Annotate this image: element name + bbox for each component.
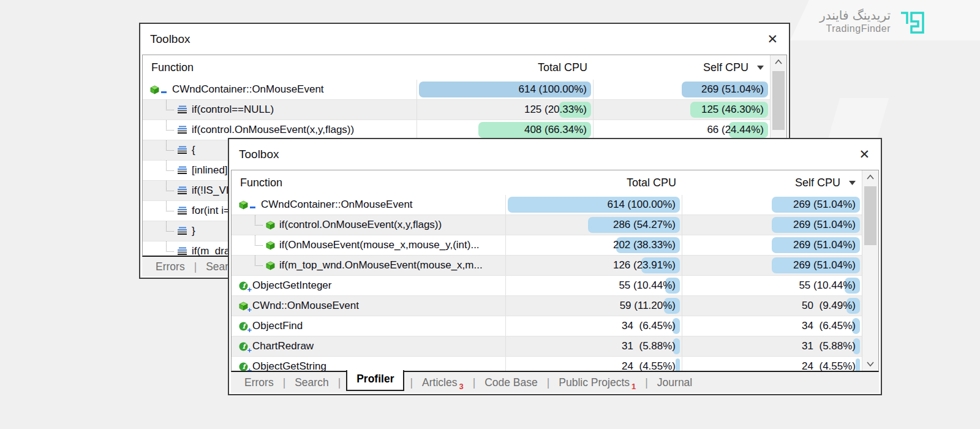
profiler-table: Function Total CPU Self CPU CWndContaine…: [231, 170, 879, 372]
tradingfinder-logo: تریدینگ فایندر TradingFinder: [820, 7, 926, 36]
statement-icon: [177, 126, 187, 134]
function-name: CWndContainer::OnMouseEvent: [261, 199, 413, 211]
plus-overlay-icon: +: [247, 346, 252, 354]
function-name-cell: f+ChartRedraw: [232, 336, 506, 356]
function-row[interactable]: f+ObjectGetInteger55 (10.44%)55 (10.44%): [232, 276, 862, 296]
self-cpu-value: 24 (4.55%): [802, 357, 856, 371]
total-cpu-value: 55 (10.44%): [619, 276, 676, 295]
self-cpu-cell: 269 (51.04%): [682, 235, 862, 255]
function-row[interactable]: f+ObjectGetString24 (4.55%)24 (4.55%): [232, 357, 862, 371]
table-header: Function Total CPU Self CPU: [232, 170, 862, 196]
tab-errors[interactable]: Errors: [241, 375, 277, 390]
function-row[interactable]: CWndContainer::OnMouseEvent614 (100.00%)…: [232, 195, 862, 215]
column-header-self-cpu[interactable]: Self CPU: [594, 61, 770, 74]
scroll-up-icon[interactable]: [771, 55, 786, 69]
total-cpu-value: 59 (11.20%): [620, 296, 676, 316]
function-icon: f+: [239, 281, 248, 290]
tree-connector: [166, 140, 174, 151]
total-cpu-value: 408 (66.34%): [524, 120, 587, 140]
titlebar: Toolbox ✕: [229, 139, 881, 170]
column-header-function[interactable]: Function: [232, 177, 506, 189]
function-name: ObjectGetString: [252, 360, 326, 371]
tree-connector: [255, 235, 263, 246]
plus-overlay-icon: +: [247, 286, 252, 294]
window-title: Toolbox: [239, 148, 279, 161]
function-name: CWndContainer::OnMouseEvent: [172, 83, 324, 96]
statement-icon: [177, 207, 187, 215]
vertical-scrollbar[interactable]: [862, 170, 878, 371]
class-icon: [266, 221, 275, 230]
total-cpu-value: 125 (20.33%): [524, 100, 587, 120]
total-cpu-cell: 125 (20.33%): [417, 100, 594, 120]
function-name: if(control==NULL): [192, 104, 274, 116]
logo-text-fa: تریدینگ فایندر: [820, 8, 891, 23]
column-header-total-cpu[interactable]: Total CPU: [506, 177, 682, 189]
function-icon: f+: [239, 362, 248, 371]
function-row[interactable]: f+ObjectFind34 (6.45%)34 (6.45%): [232, 316, 862, 336]
self-cpu-value: 31 (5.88%): [802, 336, 856, 356]
self-cpu-label: Self CPU: [703, 61, 748, 74]
function-row[interactable]: f+ChartRedraw31 (5.88%)31 (5.88%): [232, 336, 862, 357]
function-name: ObjectGetInteger: [252, 279, 331, 292]
function-row[interactable]: if(control==NULL)125 (20.33%)125 (46.30%…: [143, 100, 770, 120]
class-icon: [266, 261, 275, 270]
tab-separator: |: [645, 376, 648, 389]
total-cpu-cell: 59 (11.20%): [506, 296, 682, 316]
total-cpu-value: 614 (100.00%): [518, 80, 587, 99]
function-name-cell: if(m_top_wnd.OnMouseEvent(mouse_x,m...: [232, 256, 506, 275]
tree-connector: [166, 241, 174, 252]
function-row[interactable]: if(m_top_wnd.OnMouseEvent(mouse_x,m...12…: [232, 256, 862, 276]
scroll-up-icon[interactable]: [862, 170, 878, 184]
tree-connector: [255, 215, 263, 226]
function-row[interactable]: CWndContainer::OnMouseEvent614 (100.00%)…: [143, 80, 770, 100]
toolbox-tabbar: Errors|Search|Profiler|Articles3|Code Ba…: [231, 372, 879, 393]
tab-separator: |: [194, 260, 197, 273]
close-icon[interactable]: ✕: [859, 148, 870, 161]
self-cpu-cell: 55 (10.44%): [682, 276, 862, 295]
tab-articles[interactable]: Articles3: [418, 375, 467, 390]
scrollbar-thumb[interactable]: [772, 71, 785, 130]
underscore-mark-icon: [250, 207, 255, 208]
titlebar: Toolbox ✕: [140, 24, 789, 55]
column-header-self-cpu[interactable]: Self CPU: [682, 177, 862, 189]
function-row[interactable]: +CWnd::OnMouseEvent59 (11.20%)50 (9.49%): [232, 296, 862, 316]
total-cpu-cell: 408 (66.34%): [417, 120, 594, 140]
self-cpu-value: 269 (51.04%): [793, 215, 856, 235]
self-cpu-value: 50 (9.49%): [802, 296, 856, 316]
close-icon[interactable]: ✕: [767, 33, 778, 46]
function-row[interactable]: if(OnMouseEvent(mouse_x,mouse_y,(int)...…: [232, 235, 862, 256]
total-cpu-cell: 55 (10.44%): [506, 276, 682, 295]
logo-text-block: تریدینگ فایندر TradingFinder: [820, 8, 891, 35]
tree-connector: [166, 221, 174, 232]
tab-errors[interactable]: Errors: [152, 259, 189, 275]
function-row[interactable]: if(control.OnMouseEvent(x,y,flags))286 (…: [232, 215, 862, 235]
statement-icon: [177, 105, 187, 114]
tab-separator: |: [547, 376, 550, 389]
tab-separator: |: [338, 376, 341, 389]
self-cpu-cell: 34 (6.45%): [682, 316, 862, 336]
self-cpu-value: 55 (10.44%): [799, 276, 856, 295]
self-cpu-value: 269 (51.04%): [793, 195, 856, 214]
table-header: Function Total CPU Self CPU: [143, 55, 770, 80]
self-cpu-cell: 125 (46.30%): [594, 100, 770, 120]
column-header-function[interactable]: Function: [143, 61, 417, 74]
self-cpu-cell: 269 (51.04%): [682, 256, 862, 275]
function-name: {: [192, 144, 195, 156]
column-header-total-cpu[interactable]: Total CPU: [417, 61, 594, 74]
plus-overlay-icon: +: [247, 326, 252, 334]
tab-journal[interactable]: Journal: [654, 375, 696, 390]
tree-connector: [166, 100, 174, 110]
toolbox-window-front: Toolbox ✕ Function Total CPU Self CPU CW…: [228, 138, 882, 395]
tab-badge: 1: [631, 382, 636, 391]
logo-text-en: TradingFinder: [820, 23, 891, 35]
total-cpu-value: 126 (23.91%): [613, 256, 676, 275]
statement-icon: [177, 186, 187, 195]
scroll-down-icon[interactable]: [862, 357, 878, 371]
scrollbar-thumb[interactable]: [864, 186, 876, 245]
tab-search[interactable]: Search: [291, 375, 332, 390]
statement-icon: [177, 247, 187, 256]
tab-public-projects[interactable]: Public Projects1: [555, 375, 639, 390]
tab-profiler[interactable]: Profiler: [346, 370, 404, 391]
tab-code-base[interactable]: Code Base: [481, 375, 541, 390]
function-name: if(control.OnMouseEvent(x,y,flags)): [192, 124, 354, 136]
